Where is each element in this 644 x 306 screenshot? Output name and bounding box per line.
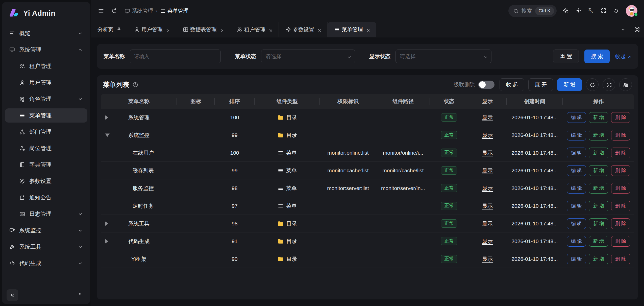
delete-button[interactable]: 删 除 [611, 254, 630, 264]
delete-button[interactable]: 删 除 [611, 165, 630, 176]
edit-button[interactable]: 编 辑 [567, 236, 586, 247]
tab-tenant-management[interactable]: 租户管理 [230, 22, 279, 37]
add-button[interactable]: 新 增 [589, 201, 608, 211]
sidebar-item-notice[interactable]: 通知公告 [5, 191, 87, 205]
expand-row-caret[interactable] [105, 115, 108, 120]
add-button[interactable]: 新 增 [589, 236, 608, 247]
tab-user-management[interactable]: 用户管理 [127, 22, 176, 37]
close-tab-icon[interactable] [268, 28, 272, 32]
sidebar-item-system-tools[interactable]: 系统工具 [5, 240, 87, 254]
column-settings-button[interactable] [619, 78, 632, 91]
collapse-sidebar-button[interactable] [7, 289, 18, 301]
add-button[interactable]: 新 增 [589, 218, 608, 229]
collapse-row-caret[interactable] [105, 133, 110, 137]
edit-button[interactable]: 编 辑 [567, 112, 586, 123]
pin-sidebar-button[interactable] [74, 289, 86, 301]
add-button[interactable]: 新 增 [589, 112, 608, 123]
visible-link[interactable]: 显示 [482, 238, 493, 244]
cascade-delete-toggle[interactable] [478, 81, 494, 89]
fullscreen-button[interactable] [601, 8, 607, 14]
sidebar-item-system-monitor[interactable]: 系统监控 [5, 223, 87, 238]
notifications-button[interactable] [613, 8, 620, 14]
add-button[interactable]: 新 增 [589, 130, 608, 140]
sidebar-item-tenant[interactable]: 租户管理 [5, 59, 87, 73]
expand-all-button[interactable]: 展 开 [528, 78, 553, 91]
refresh-table-button[interactable] [586, 78, 599, 91]
tab-list-dropdown-button[interactable] [616, 22, 630, 37]
delete-button[interactable]: 删 除 [611, 130, 630, 140]
refresh-page-button[interactable] [111, 8, 117, 14]
sidebar-item-role[interactable]: 角色管理 [5, 92, 87, 106]
collapse-filter-link[interactable]: 收起 [615, 53, 631, 60]
edit-button[interactable]: 编 辑 [567, 183, 586, 194]
visible-status-select[interactable]: 请选择 [395, 50, 491, 63]
visible-link[interactable]: 显示 [482, 203, 493, 209]
tab-table-management[interactable]: 数据表管理 [176, 22, 230, 37]
breadcrumb-root[interactable]: 系统管理 [124, 7, 153, 14]
delete-button[interactable]: 删 除 [611, 183, 630, 194]
tab-menu-management[interactable]: 菜单管理 [328, 22, 376, 37]
content-maximize-button[interactable] [630, 22, 644, 37]
search-button[interactable]: 搜 索 [584, 50, 610, 63]
help-icon[interactable] [132, 82, 138, 88]
language-button[interactable]: 文A [588, 8, 595, 14]
delete-button[interactable]: 删 除 [611, 218, 630, 229]
reset-button[interactable]: 重 置 [553, 50, 579, 63]
edit-button[interactable]: 编 辑 [567, 201, 586, 211]
user-avatar[interactable] [626, 5, 637, 17]
menu-status-select[interactable]: 请选择 [261, 50, 355, 63]
sort-cell: 91 [215, 238, 255, 244]
global-search[interactable]: 搜索 Ctrl K [508, 5, 557, 17]
sidebar-item-system-management[interactable]: 系统管理 [5, 43, 87, 57]
delete-button[interactable]: 删 除 [611, 112, 630, 123]
collapse-all-button[interactable]: 收 起 [500, 78, 524, 91]
add-button[interactable]: 新 增 [589, 148, 608, 158]
sidebar-item-overview[interactable]: 概览 [5, 26, 87, 40]
close-tab-icon[interactable] [317, 28, 321, 32]
sidebar-item-codegen[interactable]: 代码生成 [5, 256, 87, 270]
close-tab-icon[interactable] [219, 28, 223, 32]
visible-link[interactable]: 显示 [482, 168, 493, 173]
settings-button[interactable] [563, 8, 569, 14]
visible-link[interactable]: 显示 [482, 256, 493, 262]
add-button[interactable]: 新 增 [589, 165, 608, 176]
edit-button[interactable]: 编 辑 [567, 130, 586, 140]
visible-link[interactable]: 显示 [482, 185, 493, 191]
edit-button[interactable]: 编 辑 [567, 165, 586, 176]
edit-button[interactable]: 编 辑 [567, 218, 586, 229]
sidebar-item-dept[interactable]: 部门管理 [5, 125, 87, 139]
menu-list-panel: 菜单列表 级联删除 收 起 展 开 新 增 [97, 75, 638, 299]
delete-button[interactable]: 删 除 [611, 148, 630, 158]
table-row: 在线用户 100 菜单 monitor:online:list monitor/… [101, 144, 634, 162]
sidebar-item-logs[interactable]: DEV 日志管理 [5, 207, 87, 221]
edit-button[interactable]: 编 辑 [567, 148, 586, 158]
tab-analysis[interactable]: 分析页 [91, 22, 127, 37]
delete-button[interactable]: 删 除 [611, 236, 630, 247]
add-button[interactable]: 新 增 [589, 183, 608, 194]
expand-row-caret[interactable] [105, 239, 108, 244]
sidebar-item-dict[interactable]: 字典管理 [5, 158, 87, 172]
sidebar-item-params[interactable]: 参数设置 [5, 174, 87, 188]
visible-link[interactable]: 显示 [482, 132, 493, 138]
logo-row[interactable]: Yi Admin [2, 2, 90, 24]
sidebar-item-menu[interactable]: 菜单管理 [5, 108, 87, 123]
monitor-device-icon [9, 227, 15, 233]
theme-toggle-button[interactable] [575, 8, 582, 14]
expand-row-caret[interactable] [105, 221, 108, 226]
toggle-sidebar-button[interactable] [98, 8, 104, 14]
edit-button[interactable]: 编 辑 [567, 254, 586, 264]
close-tab-icon[interactable] [165, 28, 169, 32]
table-fullscreen-button[interactable] [603, 78, 615, 91]
sidebar-item-user[interactable]: 用户管理 [5, 76, 87, 90]
breadcrumb-current[interactable]: 菜单管理 [160, 7, 189, 14]
tab-params-settings[interactable]: 参数设置 [279, 22, 328, 37]
close-tab-icon[interactable] [365, 28, 369, 32]
sidebar-item-post[interactable]: 岗位管理 [5, 141, 87, 155]
delete-button[interactable]: 删 除 [611, 201, 630, 211]
add-menu-button[interactable]: 新 增 [557, 78, 582, 91]
menu-name-input[interactable] [134, 54, 216, 59]
visible-link[interactable]: 显示 [482, 150, 493, 156]
visible-link[interactable]: 显示 [482, 221, 493, 226]
visible-link[interactable]: 显示 [482, 114, 493, 120]
add-button[interactable]: 新 增 [589, 254, 608, 264]
